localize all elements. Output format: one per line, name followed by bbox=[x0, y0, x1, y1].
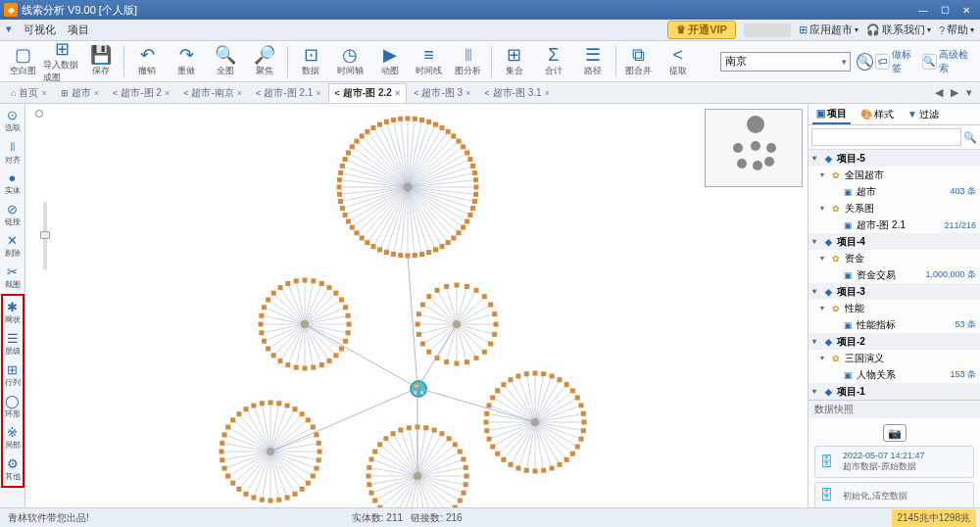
app-market-link[interactable]: ⊞应用超市▾ bbox=[799, 23, 858, 37]
tree-folder[interactable]: ▾✿关系图 bbox=[808, 200, 980, 216]
layout-局部[interactable]: ※局部 bbox=[2, 423, 24, 453]
tree-leaf[interactable]: ▣超市-图 2.1211/216 bbox=[808, 216, 980, 233]
tool-动图[interactable]: ▶动图 bbox=[370, 43, 408, 80]
tool-提取[interactable]: <提取 bbox=[660, 43, 697, 80]
svg-text:·: · bbox=[315, 370, 316, 375]
tab-超市-图 2[interactable]: <超市-图 2× bbox=[106, 83, 176, 103]
layout-网状[interactable]: ✱网状 bbox=[2, 298, 24, 327]
tree-project[interactable]: ▾◆项目-3 bbox=[808, 283, 980, 300]
tab-project[interactable]: ▣项目 bbox=[812, 105, 851, 124]
zoom-slider[interactable] bbox=[43, 202, 47, 270]
advanced-search-button[interactable]: 🔍高级检索 bbox=[922, 48, 976, 75]
svg-text:·: · bbox=[468, 364, 469, 369]
search-button[interactable]: 🔍 bbox=[857, 53, 873, 71]
menu-visualize[interactable]: 可视化 bbox=[24, 23, 56, 37]
tab-超市-图 2.2[interactable]: <超市-图 2.2× bbox=[328, 83, 408, 103]
tab-超市-图 2.1[interactable]: <超市-图 2.1× bbox=[249, 83, 328, 103]
side-实体[interactable]: ●实体 bbox=[2, 168, 24, 198]
project-search-input[interactable] bbox=[811, 128, 961, 146]
svg-rect-583 bbox=[570, 452, 575, 456]
tool-图合并[interactable]: ⧉图合并 bbox=[620, 43, 658, 80]
tab-filter[interactable]: ▼过滤 bbox=[904, 106, 943, 123]
tree-folder[interactable]: ▾✿性能 bbox=[808, 300, 980, 316]
tree-leaf[interactable]: ▣性能指标53 条 bbox=[808, 316, 980, 333]
tree-project[interactable]: ▾◆项目-5 bbox=[808, 150, 980, 167]
layout-其他[interactable]: ⚙其他 bbox=[2, 455, 24, 484]
svg-rect-252 bbox=[294, 278, 299, 283]
tool-合计[interactable]: Σ合计 bbox=[535, 43, 572, 80]
minimize-button[interactable]: — bbox=[913, 2, 933, 18]
tool-导入数据成图[interactable]: ⊞导入数据成图 bbox=[43, 43, 80, 80]
tool-数据[interactable]: ⊡数据 bbox=[292, 43, 329, 80]
layout-环形[interactable]: ◯环形 bbox=[2, 392, 24, 421]
side-截图[interactable]: ✂截图 bbox=[2, 263, 24, 292]
svg-rect-183 bbox=[347, 322, 352, 327]
tree-leaf[interactable]: ▣人物关系153 条 bbox=[808, 366, 980, 383]
graph-canvas[interactable]: ········································… bbox=[25, 104, 808, 525]
tree-project[interactable]: ▾◆项目-2 bbox=[808, 333, 980, 350]
layout-行列[interactable]: ⊞行列 bbox=[2, 360, 24, 390]
user-avatar[interactable] bbox=[744, 24, 791, 37]
side-对齐[interactable]: ⫴对齐 bbox=[2, 137, 24, 167]
tab-超市-图 3[interactable]: <超市-图 3× bbox=[407, 83, 477, 103]
minimap[interactable] bbox=[705, 109, 803, 187]
svg-rect-176 bbox=[472, 170, 477, 175]
svg-text:·: · bbox=[459, 239, 460, 244]
tool-全图[interactable]: 🔍全图 bbox=[207, 43, 244, 80]
tool-图分析[interactable]: ⫴图分析 bbox=[450, 43, 487, 80]
snapshot-item[interactable]: 🗄 2022-05-07 14:21:47超市数据-原始数据 bbox=[814, 446, 974, 478]
tree-project[interactable]: ▾◆项目-4 bbox=[808, 233, 980, 250]
layout-层级[interactable]: ☰层级 bbox=[2, 329, 24, 359]
tree-folder[interactable]: ▾✿资金 bbox=[808, 250, 980, 266]
tool-重做[interactable]: ↷重做 bbox=[168, 43, 205, 80]
vip-button[interactable]: ♛开通VIP bbox=[667, 21, 736, 39]
tool-时间线[interactable]: ≡时间线 bbox=[411, 43, 448, 80]
tree-folder[interactable]: ▾✿三国演义 bbox=[808, 350, 980, 366]
tab-超市[interactable]: ⊞超市× bbox=[54, 83, 106, 103]
search-icon[interactable]: 🔍 bbox=[963, 131, 977, 144]
tab-nav[interactable]: ◀ bbox=[931, 86, 947, 99]
side-剔除[interactable]: ✕剔除 bbox=[2, 231, 24, 261]
tree-leaf[interactable]: ▣超市403 条 bbox=[808, 183, 980, 200]
svg-text:·: · bbox=[434, 360, 435, 365]
tool-时间轴[interactable]: ◷时间轴 bbox=[331, 43, 368, 80]
maximize-button[interactable]: ☐ bbox=[935, 2, 955, 18]
svg-rect-11 bbox=[470, 206, 475, 211]
help-link[interactable]: ?帮助▾ bbox=[939, 23, 974, 37]
tab-超市-图 3.1[interactable]: <超市-图 3.1× bbox=[477, 83, 557, 103]
side-选取[interactable]: ⊙选取 bbox=[2, 106, 24, 135]
tree-leaf[interactable]: ▣资金交易1,000,000 条 bbox=[808, 266, 980, 283]
snapshot-camera-button[interactable]: 📷 bbox=[883, 424, 906, 442]
svg-rect-98 bbox=[338, 170, 343, 175]
svg-rect-673 bbox=[578, 403, 583, 407]
tool-保存[interactable]: 💾保存 bbox=[82, 43, 120, 80]
tab-超市-南京[interactable]: <超市-南京× bbox=[176, 83, 249, 103]
tree-folder[interactable]: ▾✿全国超市 bbox=[808, 167, 980, 183]
tab-nav[interactable]: ▶ bbox=[947, 86, 962, 99]
svg-rect-428 bbox=[251, 404, 256, 408]
svg-text:·: · bbox=[588, 437, 589, 442]
svg-text:·: · bbox=[446, 249, 447, 254]
tool-聚焦[interactable]: 🔎聚焦 bbox=[246, 43, 283, 80]
menu-project[interactable]: 项目 bbox=[68, 23, 89, 37]
snapshot-item[interactable]: 🗄 初始化,清空数据 bbox=[814, 482, 974, 509]
tree-project[interactable]: ▾◆项目-1 bbox=[808, 383, 980, 400]
svg-rect-258 bbox=[311, 278, 316, 283]
tag-button[interactable]: 🏷做标签 bbox=[875, 48, 920, 75]
hub-node[interactable]: 🏪 bbox=[410, 380, 427, 398]
search-input[interactable] bbox=[721, 56, 839, 68]
chevron-down-icon[interactable]: ▾ bbox=[6, 23, 12, 37]
svg-text:·: · bbox=[323, 466, 324, 471]
contact-link[interactable]: 🎧联系我们▾ bbox=[866, 23, 931, 37]
tab-nav[interactable]: ▾ bbox=[962, 86, 976, 99]
tab-首页[interactable]: ⌂首页× bbox=[4, 83, 54, 103]
tool-路径[interactable]: ☰路径 bbox=[574, 43, 612, 80]
svg-rect-107 bbox=[346, 151, 351, 156]
zoom-thumb[interactable] bbox=[40, 231, 50, 239]
side-链接[interactable]: ⊘链接 bbox=[2, 200, 24, 229]
tab-style[interactable]: 🎨样式 bbox=[857, 106, 898, 123]
tool-撤销[interactable]: ↶撤销 bbox=[128, 43, 166, 80]
tool-空白图[interactable]: ▢空白图 bbox=[4, 43, 41, 80]
close-button[interactable]: ✕ bbox=[956, 2, 976, 18]
tool-集合[interactable]: ⊞集合 bbox=[496, 43, 533, 80]
